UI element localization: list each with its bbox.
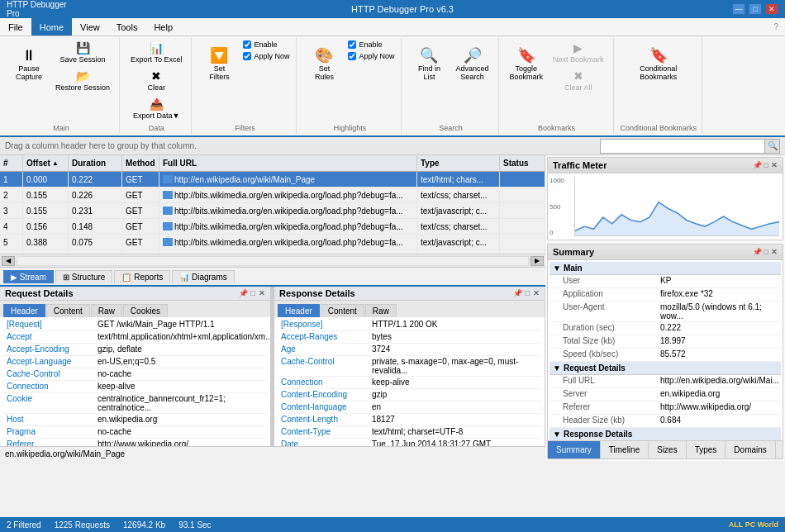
conditional-bookmarks-button[interactable]: 🔖 Conditional Bookmarks [635,40,681,89]
url-icon [163,207,173,215]
grid-row[interactable]: 2 0.155 0.226 GET http://bits.wikimedia.… [0,188,545,203]
set-filters-button[interactable]: 🔽 Set Filters [198,40,240,89]
grid-row[interactable]: 1 0.000 0.222 GET http://en.wikipedia.or… [0,172,545,188]
status-requests: 1225 Requests [55,520,110,530]
summary-label: Summary [553,247,594,257]
cell-offset: 0.156 [23,219,69,234]
close-button[interactable]: ✕ [765,3,778,15]
find-in-list-button[interactable]: 🔍 Find in List [408,40,450,89]
col-header-status[interactable]: Status [500,155,545,171]
summary-row: User-Agent mozilla/5.0 (windows nt 6.1; … [550,302,781,322]
resp-val: HTTP/1.1 200 OK [369,319,440,330]
export-data-button[interactable]: 📤 Export Data▼ [126,96,186,122]
set-rules-button[interactable]: 🎨 Set Rules [303,40,345,89]
grid-row[interactable]: 4 0.156 0.148 GET http://bits.wikimedia.… [0,219,545,235]
summary-section-header[interactable]: ▼Request Details [550,362,781,375]
traffic-pin-icon[interactable]: 📌 [753,161,762,169]
next-bookmark-button[interactable]: ▶ Next Bookmark [549,40,608,66]
clear-all-bookmarks-button[interactable]: ✖ Clear All [549,68,608,94]
export-excel-button[interactable]: 📊 Export To Excel [126,40,186,66]
apply-now-filter-input[interactable] [243,52,251,60]
maximize-button[interactable]: □ [749,3,762,15]
summary-val: 0.684 [657,415,781,427]
col-header-duration[interactable]: Duration [69,155,122,171]
enable-filter-check[interactable]: Enable [241,40,291,50]
traffic-close-icon[interactable]: ✕ [771,161,778,169]
col-header-offset[interactable]: Offset▲ [23,155,69,171]
summary-row: Server en.wikipedia.org [550,388,781,401]
menu-file[interactable]: File [0,18,31,36]
tab-structure[interactable]: ⊞ Structure [55,270,112,283]
grid-row[interactable]: 5 0.388 0.075 GET http://bits.wikimedia.… [0,235,545,250]
enable-hl-check[interactable]: Enable [346,40,396,50]
traffic-float-icon[interactable]: □ [764,161,768,169]
summary-tab-timeline[interactable]: Timeline [601,441,649,458]
cell-status [500,188,545,202]
req-pin-icon[interactable]: 📌 [239,289,248,297]
req-tab-content[interactable]: Content [46,304,90,317]
summary-tab-sizes[interactable]: Sizes [649,441,686,458]
req-key: Accept [3,331,94,343]
pause-icon: ⏸ [21,48,36,63]
tab-stream[interactable]: ▶ Stream [3,270,54,283]
resp-tab-raw[interactable]: Raw [365,304,397,317]
summary-tab-durations[interactable]: Durations [776,441,783,458]
summary-row: Speed (kb/sec) 85.572 [550,349,781,362]
req-float-icon[interactable]: □ [251,289,255,297]
resp-pin-icon[interactable]: 📌 [513,289,522,297]
minimize-button[interactable]: — [732,3,745,15]
pause-capture-button[interactable]: ⏸ Pause Capture [8,40,50,89]
summary-section-header[interactable]: ▼Main [550,262,781,275]
col-header-url[interactable]: Full URL [159,155,417,171]
advanced-search-button[interactable]: 🔎 Advanced Search [451,40,492,89]
menu-view[interactable]: View [72,18,108,36]
tab-reports[interactable]: 📋 Reports [114,270,170,283]
scroll-right-button[interactable]: ▶ [530,256,544,266]
req-tab-header[interactable]: Header [3,304,45,317]
resp-val: 18127 [369,414,398,425]
help-icon[interactable]: ? [773,22,785,31]
summary-pin-icon[interactable]: 📌 [753,248,762,256]
grid-row[interactable]: 3 0.155 0.231 GET http://bits.wikimedia.… [0,203,545,219]
save-session-button[interactable]: 💾 Save Session [51,40,114,66]
enable-filter-input[interactable] [243,40,251,49]
clear-button[interactable]: ✖ Clear [126,68,186,94]
menu-home[interactable]: Home [31,18,72,36]
menu-tools[interactable]: Tools [108,18,146,36]
apply-now-hl-input[interactable] [348,52,356,60]
request-detail-row: Accept text/html,application/xhtml+xml,a… [3,331,267,344]
search-button[interactable]: 🔍 [765,139,780,154]
y-label-0: 0 [550,229,564,236]
summary-tab-domains[interactable]: Domains [726,441,775,458]
apply-now-hl-check[interactable]: Apply Now [346,51,396,61]
col-header-type[interactable]: Type [417,155,500,171]
enable-hl-input[interactable] [348,40,356,49]
col-header-num[interactable]: # [0,155,23,171]
url-icon [163,222,173,230]
response-detail-row: Accept-Ranges bytes [278,331,541,344]
summary-section-header[interactable]: ▼Response Details [550,428,781,440]
apply-now-filter-check[interactable]: Apply Now [241,51,291,61]
summary-tab-summary[interactable]: Summary [548,441,601,458]
search-input[interactable] [600,139,765,154]
find-in-list-label: Find in List [418,64,440,81]
restore-session-button[interactable]: 📂 Restore Session [51,68,114,94]
col-header-method[interactable]: Method [122,155,159,171]
resp-tab-header[interactable]: Header [278,304,320,317]
cell-num: 4 [0,219,23,234]
resp-tab-content[interactable]: Content [321,304,364,317]
grid-body[interactable]: 1 0.000 0.222 GET http://en.wikipedia.or… [0,172,545,254]
toggle-bookmark-button[interactable]: 🔖 Toggle Bookmark [506,40,548,89]
resp-close-icon[interactable]: ✕ [533,289,540,297]
cell-num: 1 [0,172,23,187]
summary-tab-types[interactable]: Types [687,441,726,458]
req-tab-cookies[interactable]: Cookies [123,304,168,317]
menu-help[interactable]: Help [145,18,181,36]
summary-close-icon[interactable]: ✕ [771,248,778,256]
summary-float-icon[interactable]: □ [764,248,768,256]
req-tab-raw[interactable]: Raw [91,304,122,317]
req-close-icon[interactable]: ✕ [259,289,265,297]
scroll-left-button[interactable]: ◀ [2,256,15,266]
tab-diagrams[interactable]: 📊 Diagrams [172,270,235,283]
resp-float-icon[interactable]: □ [526,289,530,297]
